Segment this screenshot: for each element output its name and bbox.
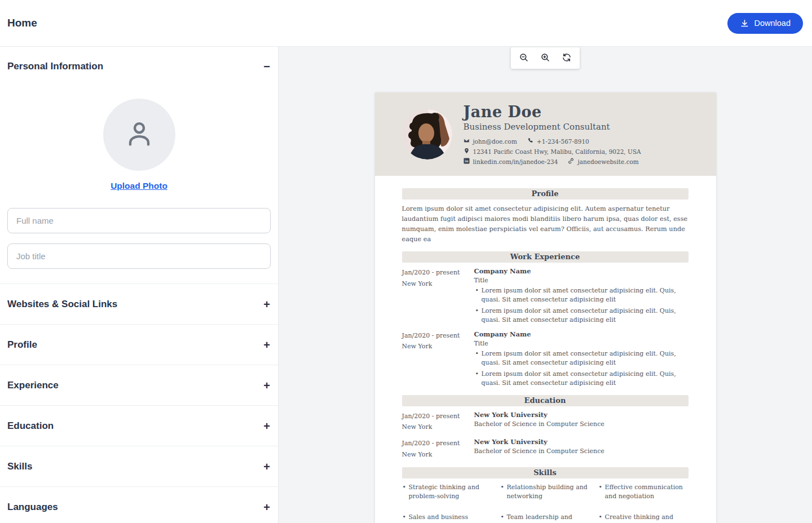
section-education[interactable]: Education + bbox=[0, 405, 278, 446]
resume-section-work-experience: Work Experience Jan/2020 - present New Y… bbox=[402, 251, 689, 388]
section-languages[interactable]: Languages + bbox=[0, 486, 278, 523]
svg-text:in: in bbox=[465, 159, 468, 163]
resume-body: Profile Lorem ipsum dolor sit amet conse… bbox=[375, 176, 716, 523]
section-profile[interactable]: Profile + bbox=[0, 324, 278, 365]
zoom-in-button[interactable] bbox=[540, 53, 550, 63]
education-institution: New York University bbox=[474, 438, 689, 446]
work-company: Company Name bbox=[474, 330, 689, 338]
work-bullet: Lorem ipsum dolor sit amet consectetur a… bbox=[474, 349, 689, 367]
job-title-input[interactable] bbox=[7, 243, 271, 269]
education-dates: Jan/2020 - present bbox=[402, 411, 474, 422]
profile-photo bbox=[402, 109, 452, 159]
education-degree: Bachelor of Science in Computer Science bbox=[474, 447, 689, 455]
expand-plus-icon: + bbox=[263, 461, 270, 472]
editor-sidebar: Personal Information − Upload Photo bbox=[0, 47, 279, 523]
upload-photo-link[interactable]: Upload Photo bbox=[7, 181, 271, 191]
expand-plus-icon: + bbox=[263, 420, 270, 432]
education-entry: Jan/2020 - present New York New York Uni… bbox=[402, 411, 689, 433]
section-title: Skills bbox=[7, 461, 32, 472]
section-heading: Work Experience bbox=[402, 251, 689, 263]
resume-contacts: john@doe.com +1-234-567-8910 bbox=[464, 138, 641, 165]
email-icon bbox=[464, 138, 470, 145]
work-company: Company Name bbox=[474, 267, 689, 275]
work-location: New York bbox=[402, 341, 474, 352]
section-personal-information[interactable]: Personal Information − bbox=[0, 47, 278, 86]
contact-linkedin: in linkedin.com/in/janedoe-234 bbox=[464, 158, 558, 165]
skill-item: Sales and business development strategy … bbox=[402, 513, 492, 523]
section-title: Education bbox=[7, 420, 54, 432]
resume-header: Jane Doe Business Development Consultant… bbox=[375, 92, 716, 176]
education-institution: New York University bbox=[474, 411, 689, 419]
resume-section-education: Education Jan/2020 - present New York Ne… bbox=[402, 395, 689, 460]
skill-item: Creative thinking and innovation bbox=[598, 513, 689, 523]
zoom-out-icon bbox=[519, 52, 529, 64]
section-experience[interactable]: Experience + bbox=[0, 365, 278, 405]
person-icon bbox=[122, 116, 157, 153]
link-icon bbox=[568, 158, 574, 165]
section-title: Profile bbox=[7, 339, 37, 351]
contact-phone: +1-234-567-8910 bbox=[527, 138, 589, 145]
skill-item: Effective communication and negotiation bbox=[598, 483, 689, 502]
expand-plus-icon: + bbox=[263, 502, 270, 513]
education-degree: Bachelor of Science in Computer Science bbox=[474, 420, 689, 428]
skill-item: Strategic thinking and problem-solving bbox=[402, 483, 492, 502]
work-bullet: Lorem ipsum dolor sit amet consectetur a… bbox=[474, 370, 689, 388]
avatar-placeholder bbox=[103, 99, 175, 171]
section-skills[interactable]: Skills + bbox=[0, 446, 278, 486]
education-dates: Jan/2020 - present bbox=[402, 438, 474, 449]
resume-name: Jane Doe bbox=[464, 103, 641, 121]
phone-icon bbox=[527, 138, 533, 145]
work-entry: Jan/2020 - present New York Company Name… bbox=[402, 267, 689, 325]
work-title: Title bbox=[474, 277, 689, 284]
skill-item: Team leadership and collaboration bbox=[500, 513, 590, 523]
reset-zoom-icon bbox=[562, 52, 572, 64]
work-entry: Jan/2020 - present New York Company Name… bbox=[402, 330, 689, 388]
home-link[interactable]: Home bbox=[7, 17, 37, 29]
contact-email: john@doe.com bbox=[464, 138, 517, 145]
resume-section-profile: Profile Lorem ipsum dolor sit amet conse… bbox=[402, 188, 689, 244]
location-pin-icon bbox=[464, 148, 470, 155]
section-title: Personal Information bbox=[7, 61, 103, 72]
section-title: Websites & Social Links bbox=[7, 299, 117, 310]
skill-item: Relationship building and networking bbox=[500, 483, 590, 502]
section-heading: Skills bbox=[402, 467, 689, 478]
collapse-minus-icon: − bbox=[263, 61, 270, 72]
expand-plus-icon: + bbox=[263, 299, 270, 310]
profile-text: Lorem ipsum dolor sit amet consectetur a… bbox=[402, 204, 689, 244]
section-heading: Profile bbox=[402, 188, 689, 200]
work-dates: Jan/2020 - present bbox=[402, 330, 474, 341]
work-bullet: Lorem ipsum dolor sit amet consectetur a… bbox=[474, 307, 689, 325]
top-bar: Home Download bbox=[0, 0, 812, 47]
contact-website: janedoewebsite.com bbox=[568, 158, 638, 165]
personal-information-body: Upload Photo bbox=[0, 86, 278, 283]
section-title: Languages bbox=[7, 502, 58, 513]
section-websites-social-links[interactable]: Websites & Social Links + bbox=[0, 283, 278, 324]
education-location: New York bbox=[402, 422, 474, 432]
education-entry: Jan/2020 - present New York New York Uni… bbox=[402, 438, 689, 460]
resume-job-title: Business Development Consultant bbox=[464, 122, 641, 132]
zoom-in-icon bbox=[540, 52, 550, 64]
download-button-label: Download bbox=[754, 19, 791, 28]
work-bullet: Lorem ipsum dolor sit amet consectetur a… bbox=[474, 286, 689, 304]
contact-address: 12341 Pacific Coast Hwy, Malibu, Califor… bbox=[464, 148, 641, 155]
skills-list: Strategic thinking and problem-solving R… bbox=[402, 483, 689, 523]
download-button[interactable]: Download bbox=[727, 13, 804, 34]
work-location: New York bbox=[402, 278, 474, 289]
section-title: Experience bbox=[7, 380, 59, 391]
resume-section-skills: Skills Strategic thinking and problem-so… bbox=[402, 467, 689, 523]
download-icon bbox=[740, 19, 749, 28]
resume-preview-area: Jane Doe Business Development Consultant… bbox=[279, 47, 812, 523]
linkedin-icon: in bbox=[464, 158, 470, 165]
work-dates: Jan/2020 - present bbox=[402, 267, 474, 278]
section-heading: Education bbox=[402, 395, 689, 406]
resume-page: Jane Doe Business Development Consultant… bbox=[375, 92, 716, 523]
expand-plus-icon: + bbox=[263, 339, 270, 351]
reset-zoom-button[interactable] bbox=[562, 53, 572, 63]
zoom-out-button[interactable] bbox=[519, 53, 529, 63]
full-name-input[interactable] bbox=[7, 208, 271, 233]
expand-plus-icon: + bbox=[263, 380, 270, 391]
work-title: Title bbox=[474, 340, 689, 347]
education-location: New York bbox=[402, 449, 474, 460]
zoom-toolbar bbox=[511, 47, 580, 69]
main-layout: Personal Information − Upload Photo bbox=[0, 47, 812, 523]
